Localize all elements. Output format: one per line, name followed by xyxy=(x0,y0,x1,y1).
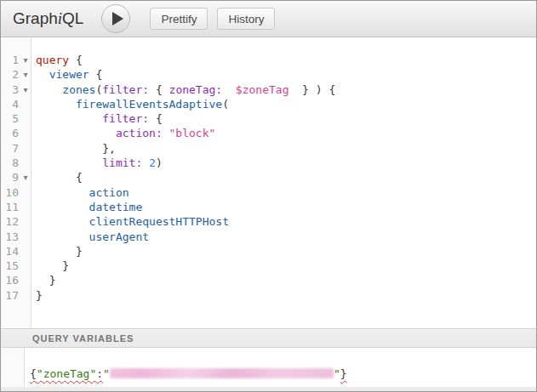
code-line: 14 } xyxy=(1,244,536,258)
fold-arrow-icon[interactable]: ▾ xyxy=(19,67,32,82)
fold-gutter-spacer xyxy=(19,273,32,287)
line-number: 10 xyxy=(1,185,19,200)
code-line: 2▾ viewer { xyxy=(1,67,536,82)
fold-gutter-spacer xyxy=(19,288,32,303)
code-line: 5 filter: { xyxy=(1,111,536,126)
fold-gutter-spacer xyxy=(19,111,32,126)
fold-gutter-spacer xyxy=(19,156,32,170)
code-line: 12 clientRequestHTTPHost xyxy=(1,214,536,229)
history-button[interactable]: History xyxy=(217,8,275,30)
fold-gutter-spacer xyxy=(19,141,32,156)
fold-gutter-spacer xyxy=(19,230,32,244)
line-number: 4 xyxy=(1,97,19,111)
fold-gutter-spacer xyxy=(19,214,32,229)
prettify-button[interactable]: Prettify xyxy=(150,8,208,30)
fold-gutter-spacer xyxy=(19,185,32,200)
fold-arrow-icon[interactable]: ▾ xyxy=(19,82,32,97)
code-line: 11 datetime xyxy=(1,200,536,214)
code-line: 4 firewallEventsAdaptive( xyxy=(1,97,536,111)
line-number: 8 xyxy=(1,156,19,170)
code-line: 3▾ zones(filter: { zoneTag: $zoneTag } )… xyxy=(1,82,536,97)
code-line: 13 userAgent xyxy=(1,230,536,244)
fold-gutter-spacer xyxy=(19,244,32,258)
line-number: 1 xyxy=(1,53,19,67)
line-number: 16 xyxy=(1,273,19,287)
line-number: 3 xyxy=(1,82,19,97)
logo-text-graph: Graph xyxy=(13,9,58,27)
query-editor[interactable]: 1▾query {2▾ viewer {3▾ zones(filter: { z… xyxy=(1,37,536,328)
variables-header[interactable]: QUERY VARIABLES xyxy=(1,328,536,348)
fold-arrow-icon[interactable]: ▾ xyxy=(19,170,32,185)
line-number: 13 xyxy=(1,230,19,244)
line-number: 15 xyxy=(1,258,19,273)
line-number: 12 xyxy=(1,214,19,229)
line-number: 11 xyxy=(1,200,19,214)
graphiql-window: GraphiQL Prettify History 1▾query {2▾ vi… xyxy=(0,0,537,392)
fold-gutter-spacer xyxy=(19,258,32,273)
query-editor-lines: 1▾query {2▾ viewer {3▾ zones(filter: { z… xyxy=(1,37,536,303)
variables-line-content: {"zoneTag":""} xyxy=(26,367,347,381)
fold-arrow-icon[interactable]: ▾ xyxy=(19,53,32,67)
line-number: 2 xyxy=(1,67,19,82)
code-line: 7 }, xyxy=(1,141,536,156)
graphiql-logo: GraphiQL xyxy=(13,9,83,28)
line-number: 6 xyxy=(1,126,19,140)
prettify-button-label: Prettify xyxy=(161,13,197,26)
variables-editor[interactable]: 1 {"zoneTag":""} xyxy=(1,348,536,391)
history-button-label: History xyxy=(228,13,264,26)
toolbar: GraphiQL Prettify History xyxy=(1,1,536,37)
variables-line: 1 {"zoneTag":""} xyxy=(1,348,536,381)
line-number: 5 xyxy=(1,111,19,126)
fold-gutter-spacer xyxy=(19,97,32,111)
play-icon xyxy=(112,12,123,26)
redacted-zone-tag-value xyxy=(110,368,334,378)
code-line: 15 } xyxy=(1,258,536,273)
variables-title: QUERY VARIABLES xyxy=(32,333,134,344)
line-number: 14 xyxy=(1,244,19,258)
logo-text-ql: QL xyxy=(62,9,83,27)
line-number: 9 xyxy=(1,170,19,185)
fold-gutter-spacer xyxy=(19,126,32,140)
line-number: 7 xyxy=(1,141,19,156)
code-line: 10 action xyxy=(1,185,536,200)
code-line: 8 limit: 2) xyxy=(1,156,536,170)
line-number: 17 xyxy=(1,288,19,303)
code-line: 9▾ { xyxy=(1,170,536,185)
bottom-strip xyxy=(1,387,536,391)
execute-button[interactable] xyxy=(101,4,130,33)
code-line: 6 action: "block" xyxy=(1,126,536,140)
fold-gutter-spacer xyxy=(19,200,32,214)
variables-gutter xyxy=(1,348,25,391)
code-line: 16 } xyxy=(1,273,536,287)
code-line: 1▾query { xyxy=(1,53,536,67)
code-line: 17} xyxy=(1,288,536,303)
